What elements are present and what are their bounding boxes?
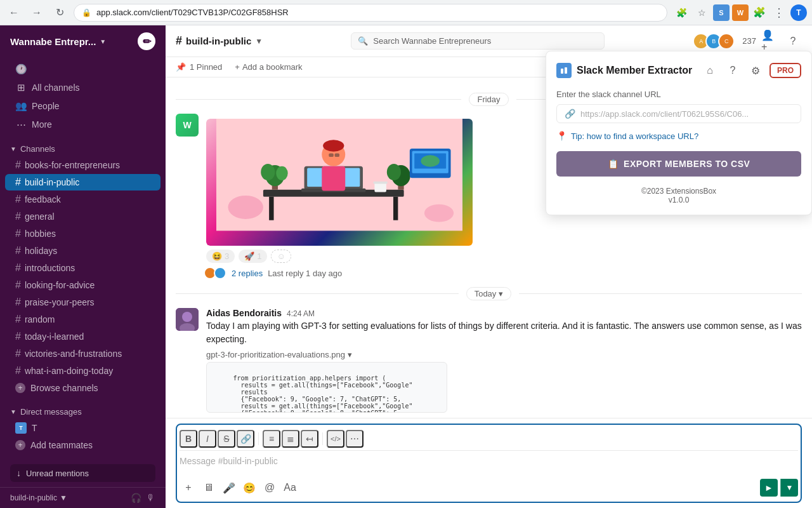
compose-button[interactable]: ✏ <box>138 32 155 50</box>
slack-url-input[interactable] <box>580 109 793 119</box>
topbar-actions: A B C 237 👤+ ? <box>693 32 802 50</box>
forward-button[interactable]: → <box>28 4 46 22</box>
sidebar-item-build-in-public[interactable]: # build-in-public <box>5 174 160 190</box>
audio-button[interactable]: 🎤 <box>220 479 238 497</box>
more-label: More <box>32 119 52 130</box>
strikethrough-button[interactable]: S <box>218 430 235 448</box>
sidebar-item-what-i-am-doing-today[interactable]: # what-i-am-doing-today <box>5 363 160 379</box>
text-format-button[interactable]: Aa <box>281 479 299 497</box>
profile-avatar[interactable]: T <box>790 4 807 21</box>
dm-section-header[interactable]: ▼ Direct messages <box>0 404 166 419</box>
dm-item-t[interactable]: T T <box>5 420 160 436</box>
pro-badge[interactable]: PRO <box>769 63 801 78</box>
channel-hash-icon: # <box>176 34 182 48</box>
message-avatar: W <box>176 114 199 137</box>
menu-button[interactable]: ⋮ <box>770 4 788 22</box>
add-teammates-button[interactable]: + Add teammates <box>5 437 160 453</box>
url-text: app.slack.com/client/T029CTVB13P/C02GF85… <box>96 8 659 17</box>
dm-chevron-icon: ▼ <box>10 408 16 415</box>
more-format-button[interactable]: ⋯ <box>346 430 363 448</box>
export-members-button[interactable]: 📋 EXPORT MEMBERS TO CSV <box>556 151 801 177</box>
popup-input-row[interactable]: 🔗 <box>556 104 801 123</box>
sidebar-item-books-for-entrepreneurs[interactable]: # books-for-entrepreneurs <box>5 157 160 173</box>
ordered-list-button[interactable]: ≡ <box>263 430 280 448</box>
add-button[interactable]: + <box>180 479 197 497</box>
sidebar-item-feedback[interactable]: # feedback <box>5 191 160 208</box>
extensions-button[interactable]: 🧩 <box>672 4 690 22</box>
popup-home-button[interactable]: ⌂ <box>701 62 719 79</box>
sidebar-header: Wannabe Entrepr... ▼ ✏ <box>0 25 166 57</box>
sidebar-item-history[interactable]: 🕐 <box>5 60 160 78</box>
back-button[interactable]: ← <box>5 4 23 22</box>
workspace-name[interactable]: Wannabe Entrepr... ▼ <box>10 36 106 47</box>
mention-button[interactable]: @ <box>261 479 278 497</box>
sidebar-item-general[interactable]: # general <box>5 208 160 225</box>
reply-avatar-2 <box>214 267 226 279</box>
emoji-button[interactable]: 😊 <box>240 479 258 497</box>
reaction-emoji-2[interactable]: 🚀 1 <box>239 250 267 263</box>
sidebar-item-praise-your-peers[interactable]: # praise-your-peers <box>5 294 160 311</box>
composer-input[interactable]: Message #build-in-public <box>180 453 798 476</box>
svg-point-18 <box>387 164 401 180</box>
headset-icon[interactable]: 🎧 <box>131 493 141 503</box>
tip-text[interactable]: Tip: how to find a workspace URL? <box>571 131 698 141</box>
file-name[interactable]: gpt-3-for-prioritization-evaluations.png… <box>206 350 802 359</box>
italic-button[interactable]: I <box>199 430 216 448</box>
video-button[interactable]: 🖥 <box>200 479 218 497</box>
link-button[interactable]: 🔗 <box>237 430 254 448</box>
sidebar-item-today-i-learned[interactable]: # today-i-learned <box>5 328 160 345</box>
today-label[interactable]: Today ▾ <box>466 287 512 300</box>
reactions-row: 😆 3 🚀 1 ☺ <box>206 250 802 263</box>
refresh-button[interactable]: ↻ <box>51 4 69 22</box>
send-button[interactable]: ► <box>760 479 778 497</box>
channels-section-header[interactable]: ▼ Channels <box>0 142 166 156</box>
plus-icon: + <box>15 383 25 393</box>
channel-label: victories-and-frustrations <box>25 349 122 359</box>
sidebar-item-introductions[interactable]: # introductions <box>5 260 160 276</box>
bookmark-star-button[interactable]: ☆ <box>693 4 710 22</box>
puzzle-icon[interactable]: 🧩 <box>751 4 768 21</box>
block-quote-button[interactable]: ↤ <box>301 430 318 448</box>
send-options-button[interactable]: ▼ <box>780 479 798 497</box>
add-member-button[interactable]: 👤+ <box>761 32 779 50</box>
unread-mentions-button[interactable]: ↓ Unread mentions <box>10 464 155 482</box>
message-text: Today I am playing with GPT-3 for settin… <box>206 319 802 346</box>
help-circle-button[interactable]: ? <box>784 32 802 50</box>
add-bookmark-button[interactable]: + Add a bookmark <box>230 61 307 73</box>
hash-icon: # <box>15 228 21 239</box>
browse-channels-button[interactable]: + Browse channels <box>5 380 160 396</box>
sidebar-item-looking-for-advice[interactable]: # looking-for-advice <box>5 277 160 293</box>
message-author[interactable]: Aidas Bendoraitis <box>206 308 282 318</box>
add-reaction-button[interactable]: ☺ <box>271 250 291 263</box>
pinned-item[interactable]: 📌 1 Pinned <box>176 62 222 72</box>
emoji-2: 🚀 <box>244 251 254 261</box>
dm-user-label: T <box>32 423 37 433</box>
popup-settings-button[interactable]: ⚙ <box>747 62 764 79</box>
channel-label: books-for-entrepreneurs <box>25 160 120 170</box>
svg-point-14 <box>261 164 275 180</box>
channel-chevron-icon[interactable]: ▼ <box>255 37 263 46</box>
unordered-list-button[interactable]: ≣ <box>282 430 299 448</box>
code-button[interactable]: </> <box>327 430 344 448</box>
code-preview-content: from prioritization_app.helpers import (… <box>228 363 425 412</box>
search-placeholder: Search Wannabe Entrepreneurs <box>373 36 491 46</box>
sidebar-item-all-channels[interactable]: ⊞ All channels <box>5 79 160 97</box>
address-bar[interactable]: 🔒 app.slack.com/client/T029CTVB13P/C02GF… <box>74 4 667 22</box>
member-count[interactable]: 237 <box>742 36 756 46</box>
reaction-emoji-1[interactable]: 😆 3 <box>206 250 235 263</box>
mic-icon[interactable]: 🎙 <box>147 493 155 503</box>
search-bar[interactable]: 🔍 Search Wannabe Entrepreneurs <box>351 32 605 50</box>
sidebar-item-random[interactable]: # random <box>5 311 160 328</box>
popup-app-icon <box>556 63 572 78</box>
replies-button[interactable]: 2 replies Last reply 1 day ago <box>206 267 802 279</box>
sidebar-item-people[interactable]: 👥 People <box>5 97 160 115</box>
sidebar-item-holidays[interactable]: # holidays <box>5 243 160 259</box>
sidebar-item-more[interactable]: ⋯ More <box>5 116 160 133</box>
app-layout: Wannabe Entrepr... ▼ ✏ 🕐 ⊞ All channels … <box>0 25 812 508</box>
tip-icon: 📍 <box>556 131 567 141</box>
sidebar-item-victories-and-frustrations[interactable]: # victories-and-frustrations <box>5 345 160 362</box>
sidebar-item-hobbies[interactable]: # hobbies <box>5 225 160 242</box>
today-divider: Today ▾ <box>166 282 812 305</box>
popup-help-button[interactable]: ? <box>724 62 742 79</box>
bold-button[interactable]: B <box>180 430 197 448</box>
